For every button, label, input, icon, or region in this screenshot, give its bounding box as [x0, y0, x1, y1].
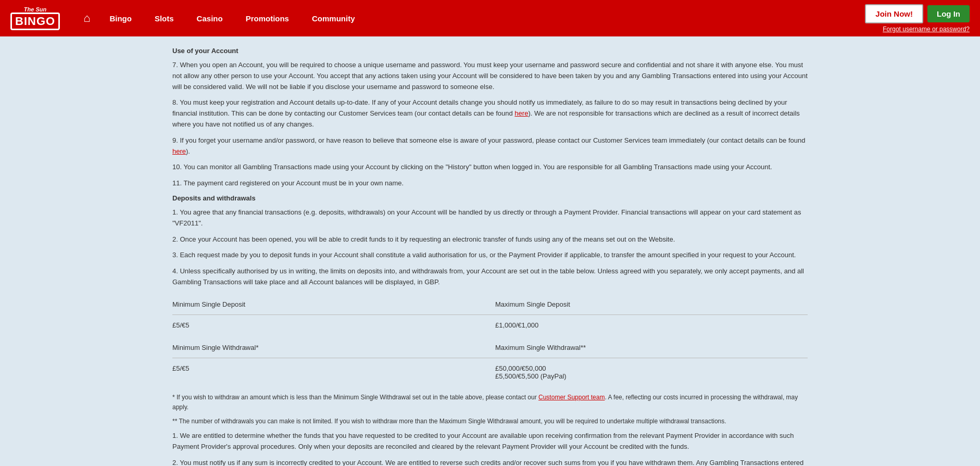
nav-casino[interactable]: Casino [185, 0, 234, 36]
min-withdrawal-value: £5/€5 [172, 360, 485, 384]
nav-slots[interactable]: Slots [143, 0, 185, 36]
logo-bingo: BINGO [10, 12, 60, 30]
join-now-button[interactable]: Join Now! [865, 4, 923, 23]
para-8-link[interactable]: here [514, 109, 528, 117]
max-withdrawal-label: Maximum Single Withdrawal** [485, 339, 808, 356]
header: The Sun BINGO ⌂ Bingo Slots Casino Promo… [0, 0, 980, 36]
para-11: 11. The payment card registered on your … [172, 178, 808, 189]
table-withdrawal-header-row: Minimum Single Withdrawal* Maximum Singl… [172, 339, 808, 356]
login-button[interactable]: Log In [927, 5, 970, 22]
min-withdrawal-label: Minimum Single Withdrawal* [172, 339, 485, 356]
para-10: 10. You can monitor all Gambling Transac… [172, 162, 808, 173]
section-use-account: Use of your Account 7. When you open an … [172, 47, 808, 189]
nav-promotions[interactable]: Promotions [234, 0, 300, 36]
main-content: Use of your Account 7. When you open an … [152, 36, 828, 466]
para-7: 7. When you open an Account, you will be… [172, 60, 808, 92]
nav-bingo[interactable]: Bingo [98, 0, 143, 36]
deposits-para-1: 1. You agree that any financial transact… [172, 207, 808, 229]
max-deposit-label: Maximum Single Deposit [485, 296, 808, 312]
deposits-para-4: 4. Unless specifically authorised by us … [172, 266, 808, 288]
table-deposit-values-row: £5/€5 £1,000/€1,000 [172, 317, 808, 333]
forgot-password-link[interactable]: Forgot username or password? [883, 26, 970, 33]
footnote-1: * If you wish to withdraw an amount whic… [172, 393, 808, 412]
section-deposits-title: Deposits and withdrawals [172, 194, 808, 202]
table-header-row: Minimum Single Deposit Maximum Single De… [172, 296, 808, 312]
para-9-link[interactable]: here [172, 147, 186, 155]
deposits-para-5: 1. We are entitled to determine whether … [172, 431, 808, 452]
deposits-para-6: 2. You must notify us if any sum is inco… [172, 458, 808, 466]
section-deposits: Deposits and withdrawals 1. You agree th… [172, 194, 808, 466]
max-deposit-value: £1,000/€1,000 [485, 317, 808, 333]
home-icon[interactable]: ⌂ [83, 11, 90, 25]
section-use-account-title: Use of your Account [172, 47, 808, 55]
header-buttons: Join Now! Log In [865, 4, 970, 23]
nav-community[interactable]: Community [300, 0, 367, 36]
table-divider-1 [172, 314, 808, 315]
para-9: 9. If you forget your username and/or pa… [172, 135, 808, 157]
min-deposit-value: £5/€5 [172, 317, 485, 333]
max-withdrawal-values: £50,000/€50,000 £5,500/€5,500 (PayPal) [485, 360, 808, 384]
para-8: 8. You must keep your registration and A… [172, 97, 808, 130]
main-nav: Bingo Slots Casino Promotions Community [98, 0, 865, 36]
logo-sun: The Sun [10, 6, 60, 12]
limits-table: Minimum Single Deposit Maximum Single De… [172, 296, 808, 384]
min-deposit-label: Minimum Single Deposit [172, 296, 485, 312]
header-right: Join Now! Log In Forgot username or pass… [865, 4, 970, 33]
customer-support-link[interactable]: Customer Support team [538, 394, 605, 401]
deposits-para-2: 2. Once your Account has been opened, yo… [172, 234, 808, 245]
footnote-2: ** The number of withdrawals you can mak… [172, 417, 808, 426]
logo[interactable]: The Sun BINGO [10, 6, 60, 30]
deposits-para-3: 3. Each request made by you to deposit f… [172, 250, 808, 261]
table-divider-2 [172, 358, 808, 358]
max-withdrawal-value1: £50,000/€50,000 [495, 364, 808, 372]
table-withdrawal-values-row: £5/€5 £50,000/€50,000 £5,500/€5,500 (Pay… [172, 360, 808, 384]
max-withdrawal-value2: £5,500/€5,500 (PayPal) [495, 372, 808, 380]
